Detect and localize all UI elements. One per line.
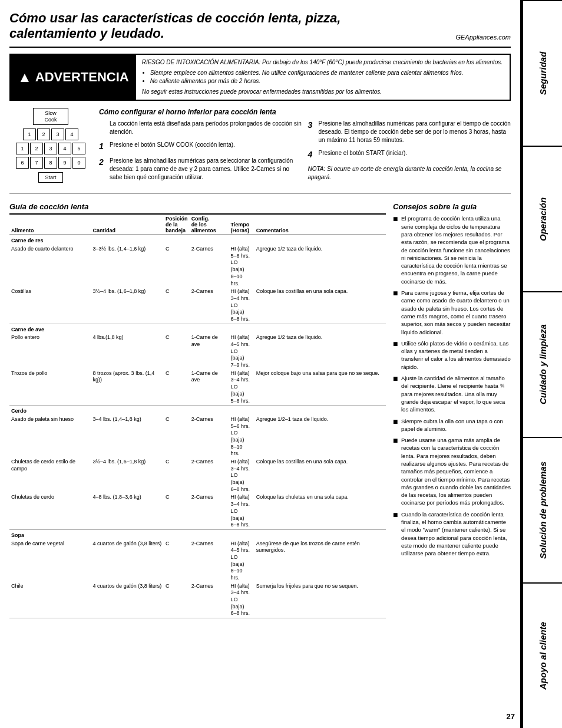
cell-time: HI (alta) 4–5 hrs. LO (baja) 7–9 hrs. (229, 334, 254, 369)
cell-time: HI (alta) 5–6 hrs. LO (baja) 8–10 hrs. (229, 416, 254, 458)
tip-text: Ajuste la cantidad de alimentos al tamañ… (401, 374, 511, 413)
cell-time: HI (alta) 3–4 hrs. LO (baja) 6–8 hrs. (229, 493, 254, 529)
tip-bullet-icon: ■ (393, 374, 399, 413)
tip-item: ■Para carne jugosa y tierna, elija corte… (393, 289, 511, 336)
cell-quantity: 4–8 lbs. (1,8–3,6 kg) (91, 493, 164, 529)
cell-time: HI (alta) 3–4 hrs. LO (baja) 6–8 hrs. (229, 458, 254, 493)
cell-time: HI (alta) 4–5 hrs. LO (baja) 8–10 hrs. (229, 540, 254, 582)
cell-position: C (164, 245, 190, 288)
sidebar-section-solucion: Solución de problemas (523, 437, 562, 582)
cell-comments: Asegúrese de que los trozos de carne est… (254, 540, 386, 582)
keypad-area: Slow Cook 1 2 3 4 1 2 3 4 5 6 (9, 108, 92, 187)
cell-comments: Mejor coloque bajo una salsa para que no… (254, 370, 386, 406)
config-title: Cómo configurar el horno inferior para c… (99, 108, 511, 116)
key-3b[interactable]: 3 (44, 143, 57, 154)
config-columns: La cocción lenta está diseñada para perí… (99, 120, 511, 187)
tips-section: Consejos sobre la guía ■El programa de c… (393, 202, 511, 618)
step-num-4: 4 (308, 149, 316, 161)
cell-position: C (164, 370, 190, 406)
col-config: Config.de losalimentos (190, 214, 229, 235)
config-section: Slow Cook 1 2 3 4 1 2 3 4 5 6 (9, 108, 511, 195)
warning-section: ▲ ADVERTENCIA RIESGO DE INTOXICACIÓN ALI… (9, 54, 511, 101)
slow-cook-line1: Slow (45, 110, 57, 116)
key-9[interactable]: 9 (58, 157, 71, 169)
key-2[interactable]: 2 (37, 129, 50, 140)
cell-comments: Coloque las costillas en una sola capa. (254, 288, 386, 324)
tip-item: ■Puede usarse una gama más amplia de rec… (393, 436, 511, 507)
cell-quantity: 3½–4 lbs. (1,6–1,8 kg) (91, 288, 164, 324)
config-col-left: La cocción lenta está diseñada para perí… (99, 120, 302, 187)
warning-body: RIESGO DE INTOXICACIÓN ALIMENTARIA: Por … (136, 55, 508, 100)
key-7[interactable]: 7 (30, 157, 43, 169)
cell-quantity: 3–3½ lbs. (1,4–1,6 kg) (91, 245, 164, 288)
key-4[interactable]: 4 (65, 129, 78, 140)
config-note: NOTA: Si ocurre un corte de energía dura… (308, 165, 511, 182)
cell-food: Asado de cuarto delantero (9, 245, 91, 288)
col-food: Alimento (9, 214, 91, 235)
cell-position: C (164, 416, 190, 458)
cell-comments: Agregue 1/2 taza de líquido. (254, 245, 386, 288)
start-button[interactable]: Start (38, 172, 62, 183)
tip-item: ■Ajuste la cantidad de alimentos al tama… (393, 374, 511, 413)
cell-position: C (164, 458, 190, 493)
col-quantity: Cantidad (91, 214, 164, 235)
col-comments: Comentarios (254, 214, 386, 235)
tip-text: Puede usarse una gama más amplia de rece… (401, 436, 511, 507)
tip-item: ■Siempre cubra la olla con una tapa o co… (393, 417, 511, 433)
key-5b[interactable]: 5 (72, 143, 85, 154)
tip-text: Cuando la característica de cocción lent… (401, 510, 511, 558)
table-title: Guía de cocción lenta (9, 202, 386, 211)
warning-note: No seguir estas instrucciones puede prov… (142, 88, 503, 96)
col-position: Posiciónde labandeja (164, 214, 190, 235)
tip-item: ■Utilice sólo platos de vidrio o cerámic… (393, 340, 511, 371)
tip-bullet-icon: ■ (393, 340, 399, 371)
step-num-1: 1 (99, 141, 107, 153)
slow-cook-button[interactable]: Slow Cook (33, 108, 68, 126)
cell-config: 2-Carnes (190, 493, 229, 529)
key-4b[interactable]: 4 (58, 143, 71, 154)
cell-config: 2-Carnes (190, 288, 229, 324)
cell-comments: Coloque las costillas en una sola capa. (254, 458, 386, 493)
key-2b[interactable]: 2 (30, 143, 43, 154)
cell-config: 2-Carnes (190, 540, 229, 582)
key-0[interactable]: 0 (72, 157, 85, 169)
cell-quantity: 3½–4 lbs. (1,6–1,8 kg) (91, 458, 164, 493)
key-8[interactable]: 8 (44, 157, 57, 169)
tips-content: ■El programa de cocción lenta utiliza un… (393, 215, 511, 557)
step-4-text: Presione el botón START (iniciar). (319, 149, 408, 161)
slow-cook-line2: Cook (44, 117, 57, 123)
cell-position: C (164, 334, 190, 369)
cell-position: C (164, 540, 190, 582)
cell-quantity: 4 lbs.(1,8 kg) (91, 334, 164, 369)
step-1: 1 Presione el botón SLOW COOK (cocción l… (99, 141, 302, 153)
sidebar: Seguridad Operación Cuidado y limpieza S… (522, 0, 562, 728)
key-1b[interactable]: 1 (16, 143, 29, 154)
cell-time: HI (alta) 3–4 hrs. LO (baja) 6–8 hrs. (229, 288, 254, 324)
cell-position: C (164, 288, 190, 324)
cell-config: 2-Carnes (190, 416, 229, 458)
step-num-2: 2 (99, 157, 107, 182)
tip-bullet-icon: ■ (393, 436, 399, 507)
warning-bullets: Siempre empiece con alimentos calientes.… (150, 69, 503, 85)
cell-config: 2-Carnes (190, 458, 229, 493)
cell-quantity: 8 trozos (aprox. 3 lbs. (1,4 kg)) (91, 370, 164, 406)
sidebar-section-seguridad: Seguridad (523, 0, 562, 146)
tips-title: Consejos sobre la guía (393, 202, 511, 211)
cell-food: Chuletas de cerdo (9, 493, 91, 529)
table-section: Guía de cocción lenta Alimento Cantidad … (9, 202, 386, 618)
tip-bullet-icon: ■ (393, 289, 399, 336)
category-label: Sopa (9, 529, 386, 539)
key-1[interactable]: 1 (23, 129, 36, 140)
cell-quantity: 4 cuartos de galón (3,8 liters) (91, 582, 164, 618)
step-1-text: Presione el botón SLOW COOK (cocción len… (110, 141, 235, 153)
page-header: Cómo usar las características de cocción… (9, 11, 511, 48)
key-3[interactable]: 3 (51, 129, 64, 140)
cell-food: Trozos de pollo (9, 370, 91, 406)
step-num-3: 3 (308, 120, 316, 144)
key-6[interactable]: 6 (16, 157, 29, 169)
warning-bullet-1: Siempre empiece con alimentos calientes.… (150, 69, 503, 77)
page-number: 27 (507, 712, 515, 721)
page-wrapper: Cómo usar las características de cocción… (0, 0, 562, 728)
col-time: Tiempo(Horas) (229, 214, 254, 235)
step-intro-text: La cocción lenta está diseñada para perí… (110, 120, 302, 136)
